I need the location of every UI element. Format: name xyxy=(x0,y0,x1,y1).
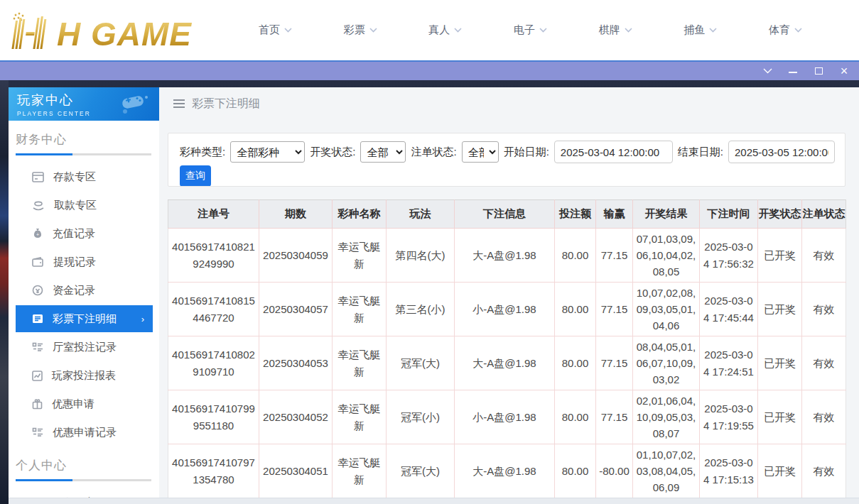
table-cell: 77.15 xyxy=(596,283,633,336)
page-title: 彩票下注明细 xyxy=(192,97,260,111)
table-cell: 08,04,05,01,06,07,10,09,03,02 xyxy=(633,336,700,390)
table-header-cell: 下注时间 xyxy=(700,200,758,229)
table-header-cell: 开奖状态 xyxy=(758,200,802,229)
table-cell: -80.00 xyxy=(596,444,633,498)
list-icon xyxy=(32,342,43,352)
site-logo: H GAME xyxy=(10,11,216,50)
sidebar-item-lottery-bet-details[interactable]: 彩票下注明细 › xyxy=(16,305,153,332)
table-cell: 幸运飞艇新 xyxy=(333,444,387,498)
nav-item-fishing[interactable]: 捕鱼 xyxy=(684,23,717,37)
sidebar-item-promo-application-records[interactable]: 优惠申请记录 xyxy=(9,418,159,447)
end-date-input[interactable] xyxy=(728,141,835,163)
table-cell: 77.15 xyxy=(596,390,633,444)
close-icon[interactable]: × xyxy=(836,65,852,77)
table-cell: 已开奖 xyxy=(758,283,802,336)
table-cell: 401569174108154467720 xyxy=(168,283,259,336)
sidebar: 玩家中心 PLAYERS CENTER 财务中心 xyxy=(9,87,159,504)
site-topbar: H GAME 首页 彩票 真人 电子 棋牌 捕鱼 体育 xyxy=(0,0,859,60)
table-header-cell: 开奖结果 xyxy=(633,200,700,229)
table-cell: 第三名(小) xyxy=(387,283,455,336)
table-cell: 有效 xyxy=(802,283,846,336)
sidebar-item-label: 存款专区 xyxy=(53,170,96,184)
table-cell: 80.00 xyxy=(555,283,596,336)
nav-label: 电子 xyxy=(514,23,535,37)
wallet-icon xyxy=(32,257,44,267)
table-header-cell: 彩种名称 xyxy=(333,200,387,229)
table-cell: 80.00 xyxy=(555,390,596,444)
logo-stripes-icon xyxy=(10,11,54,50)
horizontal-scrollbar[interactable] xyxy=(9,498,859,504)
table-cell: 20250304052 xyxy=(259,390,333,444)
list-icon xyxy=(32,427,43,437)
end-date-label: 结束日期: xyxy=(678,146,723,159)
gamepad-icon xyxy=(118,93,151,114)
table-row: 40156917410815446772020250304057幸运飞艇新第三名… xyxy=(168,283,846,336)
start-date-input[interactable] xyxy=(554,141,673,163)
table-cell: 20250304051 xyxy=(259,444,333,498)
nav-label: 首页 xyxy=(259,23,280,37)
table-cell: 有效 xyxy=(802,229,846,283)
menu-icon[interactable] xyxy=(173,97,185,110)
table-row: 40156917410802910971020250304053幸运飞艇新冠军(… xyxy=(168,336,846,390)
table-cell: 80.00 xyxy=(555,336,596,390)
sidebar-item-label: 优惠申请记录 xyxy=(53,426,117,439)
sidebar-item-recharge-records[interactable]: + 充值记录 xyxy=(9,219,159,248)
table-cell: 10,07,02,08,09,03,05,01,04,06 xyxy=(633,283,700,336)
table-cell: 20250304053 xyxy=(259,336,333,390)
table-cell: 有效 xyxy=(802,390,846,444)
nav-item-boardgames[interactable]: 棋牌 xyxy=(599,23,632,37)
order-status-label: 注单状态: xyxy=(411,146,456,159)
sidebar-item-withdrawal-records[interactable]: 提现记录 xyxy=(9,248,159,276)
filter-panel: 彩种类型: 全部彩种 开奖状态: 全部 注单状态: 全部 开始日期: xyxy=(168,133,846,187)
table-cell: 幸运飞艇新 xyxy=(333,283,387,336)
chevron-down-icon xyxy=(625,28,632,33)
nav-item-lottery[interactable]: 彩票 xyxy=(344,23,377,37)
main-content: 彩票下注明细 彩种类型: 全部彩种 开奖状态: 全部 注单状态: xyxy=(159,87,859,504)
coin-icon xyxy=(32,285,43,296)
table-cell: 幸运飞艇新 xyxy=(333,390,387,444)
table-cell: 大-A盘@1.98 xyxy=(455,336,555,390)
app-window: 玩家中心 PLAYERS CENTER 财务中心 xyxy=(0,80,859,504)
minimize-icon[interactable] xyxy=(785,65,801,77)
draw-status-select[interactable]: 全部 xyxy=(360,141,406,163)
section-underline xyxy=(16,153,151,155)
sidebar-item-label: 彩票下注明细 xyxy=(53,312,117,326)
nav-item-home[interactable]: 首页 xyxy=(259,23,292,37)
table-cell: 幸运飞艇新 xyxy=(333,336,387,390)
sidebar-item-funds-records[interactable]: 资金记录 xyxy=(9,276,159,305)
order-status-select[interactable]: 全部 xyxy=(462,141,499,163)
table-row: 40156917410797135478020250304051幸运飞艇新冠军(… xyxy=(168,444,846,498)
chevron-down-icon xyxy=(284,28,292,33)
table-cell: 幸运飞艇新 xyxy=(333,229,387,283)
table-header-cell: 玩法 xyxy=(387,200,455,229)
chevron-down-icon xyxy=(369,28,377,33)
table-header-cell: 期数 xyxy=(259,200,333,229)
lottery-type-select[interactable]: 全部彩种 xyxy=(230,141,305,163)
query-button[interactable]: 查询 xyxy=(180,165,211,187)
sidebar-item-withdraw-zone[interactable]: 取款专区 xyxy=(9,191,159,219)
sidebar-item-label: 玩家投注报表 xyxy=(52,369,116,383)
nav-item-slots[interactable]: 电子 xyxy=(514,23,547,37)
table-cell: 已开奖 xyxy=(758,444,802,498)
main-navigation: 首页 彩票 真人 电子 棋牌 捕鱼 体育 xyxy=(216,23,845,37)
sidebar-item-player-bet-report[interactable]: 玩家投注报表 xyxy=(9,361,159,390)
maximize-icon[interactable] xyxy=(811,65,826,77)
sidebar-item-label: 取款专区 xyxy=(54,199,97,212)
table-cell: 401569174108219249990 xyxy=(168,229,259,283)
dropdown-chevron-icon[interactable] xyxy=(760,65,775,77)
sidebar-item-hall-bet-records[interactable]: 厅室投注记录 xyxy=(9,333,159,361)
svg-text:+: + xyxy=(36,232,39,237)
sidebar-item-label: 提现记录 xyxy=(53,256,96,269)
nav-item-sports[interactable]: 体育 xyxy=(769,23,802,37)
table-cell: 20250304057 xyxy=(259,283,333,336)
table-cell: 冠军(大) xyxy=(387,336,455,390)
table-cell: 冠军(大) xyxy=(387,444,455,498)
nav-item-live[interactable]: 真人 xyxy=(428,23,462,37)
nav-label: 棋牌 xyxy=(599,23,620,37)
sidebar-item-deposit-zone[interactable]: 存款专区 xyxy=(9,163,159,191)
nav-label: 真人 xyxy=(428,23,450,37)
sidebar-item-promo-application[interactable]: 优惠申请 xyxy=(9,390,159,418)
nav-label: 捕鱼 xyxy=(684,23,705,37)
table-header-cell: 注单状态 xyxy=(802,200,846,229)
table-cell: 401569174108029109710 xyxy=(168,336,259,390)
